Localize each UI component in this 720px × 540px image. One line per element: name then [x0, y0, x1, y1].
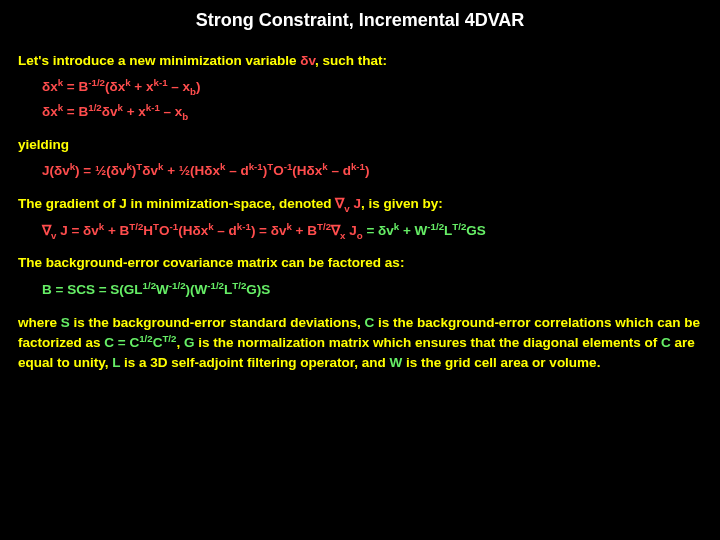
- sup: T/2: [129, 220, 143, 231]
- t: + x: [123, 104, 146, 119]
- t: ) = ½(δv: [75, 163, 126, 178]
- t: G: [184, 335, 195, 350]
- intro-line: Let's introduce a new minimization varia…: [18, 51, 702, 71]
- t: ) = δv: [251, 223, 287, 238]
- equation-2: δxk = B1/2δvk + xk-1 – xb: [42, 102, 702, 123]
- equation-5: B = SCS = S(GL1/2W-1/2)(W-1/2LT/2G)S: [42, 280, 702, 301]
- t: C = C: [104, 335, 139, 350]
- t: – d: [214, 223, 237, 238]
- sup: k-1: [146, 102, 160, 113]
- t: – x: [168, 79, 191, 94]
- sup: -1/2: [88, 77, 105, 88]
- equation-1: δxk = B-1/2(δxk + xk-1 – xb): [42, 77, 702, 98]
- t: + B: [104, 223, 129, 238]
- sup: 1/2: [88, 102, 102, 113]
- t: H: [143, 223, 153, 238]
- sup: 1/2: [143, 279, 157, 290]
- dv: δv: [300, 53, 315, 68]
- t: = B: [63, 104, 88, 119]
- t: is the normalization matrix which ensure…: [195, 335, 662, 350]
- sup: T/2: [162, 332, 176, 343]
- t: ∇: [42, 223, 51, 238]
- t: O: [273, 163, 284, 178]
- t: + x: [131, 79, 154, 94]
- sup: k-1: [351, 161, 365, 172]
- t: B = SCS = S(GL: [42, 282, 143, 297]
- t: S: [61, 315, 70, 330]
- t: (Hδx: [292, 163, 322, 178]
- t: Let's introduce a new minimization varia…: [18, 53, 300, 68]
- t: δv: [102, 104, 118, 119]
- equation-3: J(δvk) = ½(δvk)Tδvk + ½(Hδxk – dk-1)TO-1…: [42, 161, 702, 182]
- t: is a 3D self-adjoint filtering operator,…: [120, 355, 389, 370]
- t: is the grid cell area or volume.: [402, 355, 600, 370]
- t: C: [153, 335, 163, 350]
- t: The gradient of J in minimization-space,…: [18, 196, 335, 211]
- sup: k-1: [237, 220, 251, 231]
- t: W: [390, 355, 403, 370]
- t: ∇: [331, 223, 340, 238]
- t: J: [350, 196, 361, 211]
- t: J: [345, 223, 356, 238]
- t: ): [196, 79, 201, 94]
- t: J = δv: [56, 223, 98, 238]
- t: + W: [399, 223, 427, 238]
- t: G)S: [246, 282, 270, 297]
- t: ∇: [335, 196, 344, 211]
- t: J(δv: [42, 163, 70, 178]
- sup: T/2: [232, 279, 246, 290]
- sup: T/2: [317, 220, 331, 231]
- t: – x: [160, 104, 183, 119]
- sub: b: [182, 111, 188, 122]
- t: δx: [42, 104, 58, 119]
- t: = B: [63, 79, 88, 94]
- sup: -1/2: [169, 279, 186, 290]
- sup: T/2: [452, 220, 466, 231]
- sup: -1/2: [207, 279, 224, 290]
- t: C: [365, 315, 375, 330]
- yielding-line: yielding: [18, 135, 702, 155]
- equation-4: ∇v J = δvk + BT/2HTO-1(Hδxk – dk-1) = δv…: [42, 221, 702, 242]
- t: O: [159, 223, 170, 238]
- gradient-line: The gradient of J in minimization-space,…: [18, 194, 702, 214]
- t: W: [156, 282, 169, 297]
- t: – d: [328, 163, 351, 178]
- sup: k-1: [249, 161, 263, 172]
- t: – d: [225, 163, 248, 178]
- t: + ½(Hδx: [163, 163, 220, 178]
- t: )(W: [186, 282, 208, 297]
- t: where: [18, 315, 61, 330]
- slide-title: Strong Constraint, Incremental 4DVAR: [18, 10, 702, 31]
- sup: -1/2: [427, 220, 444, 231]
- t: ,: [176, 335, 184, 350]
- t: (δx: [105, 79, 125, 94]
- t: δv: [142, 163, 158, 178]
- sup: k-1: [154, 77, 168, 88]
- t: C: [661, 335, 671, 350]
- t: , is given by:: [361, 196, 443, 211]
- t: + B: [292, 223, 317, 238]
- t: δx: [42, 79, 58, 94]
- t: , such that:: [315, 53, 387, 68]
- bg-line: The background-error covariance matrix c…: [18, 253, 702, 273]
- final-paragraph: where S is the background-error standard…: [18, 313, 702, 374]
- t: GS: [466, 223, 486, 238]
- t: = δv: [363, 223, 394, 238]
- t: is the background-error standard deviati…: [70, 315, 365, 330]
- t: ): [365, 163, 370, 178]
- t: (Hδx: [178, 223, 208, 238]
- sup: -1: [170, 220, 179, 231]
- sup: 1/2: [139, 332, 153, 343]
